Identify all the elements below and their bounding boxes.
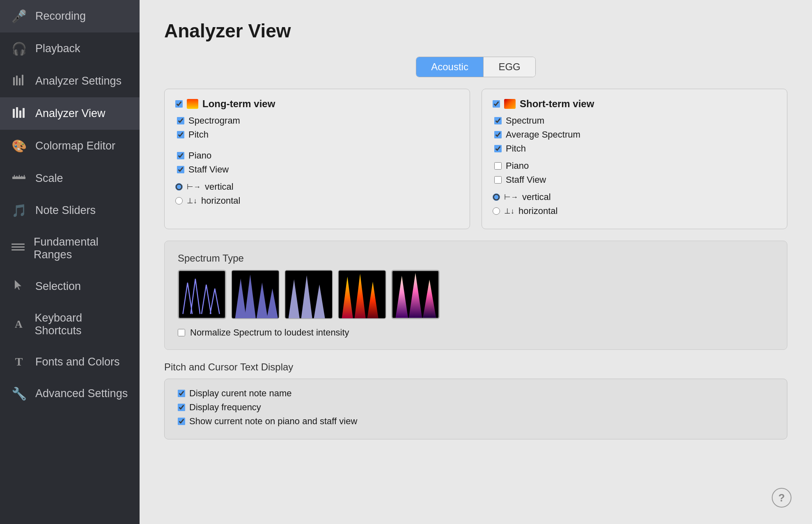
piano-label-lt: Piano bbox=[188, 150, 211, 161]
microphone-icon: 🎤 bbox=[11, 9, 26, 23]
tab-group: Acoustic EGG bbox=[416, 57, 536, 77]
st-extra-checkboxes: Piano Staff View bbox=[493, 161, 776, 185]
tab-acoustic[interactable]: Acoustic bbox=[416, 57, 483, 77]
display-note-checkbox[interactable] bbox=[178, 390, 185, 397]
sidebar-item-label: Colormap Editor bbox=[35, 140, 115, 152]
sidebar-item-colormap-editor[interactable]: 🎨 Colormap Editor bbox=[0, 130, 140, 162]
sidebar-item-fundamental-ranges[interactable]: Fundamental Ranges bbox=[0, 227, 140, 270]
lines-icon bbox=[11, 241, 25, 255]
pitch-checkbox-lt[interactable] bbox=[177, 131, 184, 138]
svg-rect-1 bbox=[16, 76, 18, 85]
palette-icon: 🎨 bbox=[11, 139, 26, 153]
lt-radio-section: ⊢→ vertical ⊥↓ horizontal bbox=[175, 182, 459, 206]
short-term-label: Short-term view bbox=[520, 98, 594, 110]
sidebar-item-label: Keyboard Shortcuts bbox=[35, 312, 128, 337]
staff-view-checkbox-st[interactable] bbox=[494, 176, 502, 184]
help-button[interactable]: ? bbox=[772, 488, 791, 508]
pitch-label-st: Pitch bbox=[506, 143, 526, 154]
spectrum-thumb-4[interactable] bbox=[338, 270, 386, 319]
spectrum-item-st: Spectrum bbox=[493, 115, 776, 126]
sidebar-item-analyzer-settings[interactable]: Analyzer Settings bbox=[0, 65, 140, 97]
spectrum-thumb-1[interactable] bbox=[178, 270, 226, 319]
svg-rect-4 bbox=[13, 109, 15, 118]
spectrum-thumb-5[interactable] bbox=[391, 270, 440, 319]
vertical-radio-input-st[interactable] bbox=[493, 193, 500, 201]
spectrum-thumb-3[interactable] bbox=[284, 270, 333, 319]
horizontal-radio-input-st[interactable] bbox=[493, 207, 500, 215]
staff-view-checkbox-lt[interactable] bbox=[177, 166, 184, 173]
piano-checkbox-st[interactable] bbox=[494, 162, 502, 170]
views-row: Long-term view Spectrogram Pitch Piano S… bbox=[164, 89, 787, 229]
sidebar-item-note-sliders[interactable]: 🎵 Note Sliders bbox=[0, 194, 140, 227]
svg-rect-12 bbox=[21, 176, 22, 177]
page-title: Analyzer View bbox=[164, 20, 787, 42]
analyzer-icon bbox=[11, 74, 26, 88]
ruler-icon bbox=[11, 171, 26, 185]
chart-icon bbox=[11, 106, 26, 121]
sidebar-item-scale[interactable]: Scale bbox=[0, 162, 140, 194]
horizontal-radio-input-lt[interactable] bbox=[175, 197, 183, 205]
vertical-radio-lt: ⊢→ vertical bbox=[175, 182, 459, 192]
long-term-icon bbox=[187, 99, 198, 109]
layout-vertical-icon-lt: ⊢→ bbox=[187, 182, 201, 191]
sidebar-item-analyzer-view[interactable]: Analyzer View bbox=[0, 97, 140, 130]
staff-view-item-st: Staff View bbox=[493, 175, 776, 185]
normalize-label: Normalize Spectrum to loudest intensity bbox=[190, 327, 349, 338]
vertical-label-st: vertical bbox=[522, 192, 551, 202]
svg-rect-5 bbox=[16, 107, 18, 118]
spectrum-checkbox-st[interactable] bbox=[494, 117, 502, 124]
vertical-label-lt: vertical bbox=[205, 182, 234, 192]
avg-spectrum-label-st: Average Spectrum bbox=[506, 129, 580, 140]
note-icon: 🎵 bbox=[11, 203, 26, 218]
layout-horizontal-icon-st: ⊥↓ bbox=[504, 207, 514, 216]
avg-spectrum-checkbox-st[interactable] bbox=[494, 131, 502, 138]
pitch-checkbox-st[interactable] bbox=[494, 145, 502, 152]
tab-switcher: Acoustic EGG bbox=[164, 57, 787, 77]
short-term-checkbox[interactable] bbox=[493, 100, 500, 108]
show-note-piano-checkbox[interactable] bbox=[178, 418, 185, 425]
display-frequency-checkbox[interactable] bbox=[178, 404, 185, 411]
normalize-checkbox[interactable] bbox=[178, 329, 185, 336]
tab-egg[interactable]: EGG bbox=[484, 57, 535, 77]
sidebar-item-recording[interactable]: 🎤 Recording bbox=[0, 0, 140, 32]
pitch-cursor-card: Display curent note name Display frequen… bbox=[164, 379, 787, 439]
svg-rect-10 bbox=[16, 176, 17, 177]
vertical-radio-input-lt[interactable] bbox=[175, 183, 183, 191]
avg-spectrum-item-st: Average Spectrum bbox=[493, 129, 776, 140]
keyboard-icon: A bbox=[11, 318, 26, 331]
normalize-row: Normalize Spectrum to loudest intensity bbox=[178, 327, 774, 338]
svg-rect-7 bbox=[23, 108, 25, 118]
sidebar-item-fonts-and-colors[interactable]: T Fonts and Colors bbox=[0, 346, 140, 377]
spectrum-thumbnails bbox=[178, 270, 774, 319]
horizontal-radio-st: ⊥↓ horizontal bbox=[493, 206, 776, 216]
sidebar-item-label: Selection bbox=[35, 280, 81, 293]
sidebar-item-advanced-settings[interactable]: 🔧 Advanced Settings bbox=[0, 377, 140, 410]
piano-item-st: Piano bbox=[493, 161, 776, 171]
staff-view-label-st: Staff View bbox=[506, 175, 546, 185]
pitch-cursor-section: Pitch and Cursor Text Display Display cu… bbox=[164, 361, 787, 439]
piano-checkbox-lt[interactable] bbox=[177, 152, 184, 159]
long-term-checkbox[interactable] bbox=[175, 100, 183, 108]
short-term-view-box: Short-term view Spectrum Average Spectru… bbox=[482, 89, 787, 229]
sidebar-item-selection[interactable]: Selection bbox=[0, 270, 140, 303]
short-term-title: Short-term view bbox=[493, 98, 776, 110]
sidebar-item-playback[interactable]: 🎧 Playback bbox=[0, 32, 140, 65]
display-note-item: Display curent note name bbox=[176, 388, 775, 399]
layout-vertical-icon-st: ⊢→ bbox=[504, 193, 518, 202]
horizontal-label-lt: horizontal bbox=[201, 195, 240, 206]
spectrogram-label: Spectrogram bbox=[188, 115, 240, 126]
svg-rect-0 bbox=[13, 77, 15, 85]
sidebar-item-label: Advanced Settings bbox=[35, 387, 128, 400]
spectrogram-checkbox[interactable] bbox=[177, 117, 184, 124]
sidebar-item-label: Recording bbox=[35, 10, 86, 23]
show-note-piano-label: Show current note on piano and staff vie… bbox=[189, 416, 357, 427]
lt-extra-checkboxes: Piano Staff View bbox=[175, 150, 459, 175]
sidebar-item-label: Note Sliders bbox=[35, 204, 96, 217]
sidebar-item-keyboard-shortcuts[interactable]: A Keyboard Shortcuts bbox=[0, 303, 140, 346]
spectrum-thumb-2[interactable] bbox=[231, 270, 280, 319]
sidebar: 🎤 Recording 🎧 Playback Analyzer Settings bbox=[0, 0, 140, 524]
svg-rect-2 bbox=[19, 78, 21, 85]
svg-rect-6 bbox=[19, 110, 21, 118]
sidebar-item-label: Fundamental Ranges bbox=[34, 236, 128, 261]
svg-rect-16 bbox=[11, 249, 25, 251]
